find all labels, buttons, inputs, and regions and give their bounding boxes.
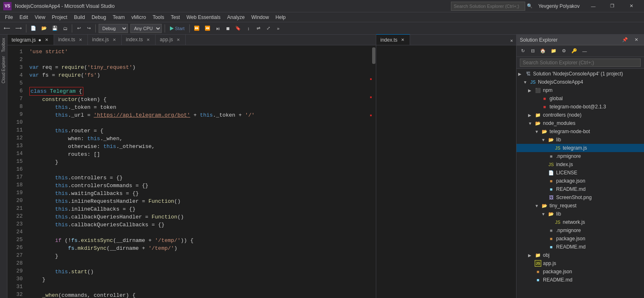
tree-readme-2[interactable]: ■ README.md <box>517 243 644 251</box>
file-icon: 📄 <box>548 169 554 176</box>
toolbar-back[interactable]: ⟵ <box>2 24 12 33</box>
menu-vmicro[interactable]: vMicro <box>128 12 149 22</box>
code-content[interactable]: 'use strict' var req = require('tiny_req… <box>26 45 370 298</box>
menu-window[interactable]: Window <box>248 12 272 22</box>
tree-solution[interactable]: ▶ 🏗 Solution 'NodejsConsoleApp4' (1 proj… <box>517 70 644 78</box>
tree-network-js[interactable]: JS network.js <box>517 218 644 226</box>
tree-lib-2[interactable]: ▼ 📂 lib <box>517 210 644 218</box>
menu-web-essentials[interactable]: Web Essentials <box>183 12 224 22</box>
start-button[interactable]: Start <box>167 24 187 33</box>
se-properties-btn[interactable]: 🏠 <box>538 47 548 56</box>
toolbar-btn6[interactable]: ↕ <box>244 24 253 33</box>
minimize-button[interactable]: — <box>584 0 603 12</box>
toolbar-forward[interactable]: ⟶ <box>13 24 24 33</box>
tab-index-ts-2[interactable]: index.ts ✕ <box>122 35 156 45</box>
toolbar-btn2[interactable]: ⏪ <box>203 24 212 33</box>
toolbar-more[interactable]: » <box>274 24 283 33</box>
se-extra-btn[interactable]: — <box>580 47 589 56</box>
tree-telegram-js[interactable]: JS telegram.js <box>517 144 644 152</box>
toolbar-btn1[interactable]: ⏩ <box>192 24 202 33</box>
scroll-thumb[interactable] <box>372 47 375 64</box>
toolbar-new[interactable]: 📄 <box>28 24 38 33</box>
tab-close-4[interactable]: ✕ <box>175 37 181 42</box>
tab-index-ts-1[interactable]: index.ts ✕ <box>54 35 88 45</box>
quick-launch-input[interactable] <box>451 2 525 11</box>
platform-select[interactable]: Any CPU <box>130 24 162 33</box>
tab-close-3[interactable]: ✕ <box>145 37 151 42</box>
menu-analyze[interactable]: Analyze <box>224 12 248 22</box>
toolbar-btn3[interactable]: ⏯ <box>213 24 222 33</box>
tree-lib-1[interactable]: ▼ 📂 lib <box>517 136 644 144</box>
second-editor-close[interactable]: ✕ <box>507 36 516 45</box>
toolbar-save-all[interactable]: 🗂 <box>61 24 70 33</box>
tree-node-modules[interactable]: ▼ 📂 node_modules <box>517 119 644 127</box>
menu-test[interactable]: Test <box>167 12 183 22</box>
tab-close-telegram[interactable]: ✕ <box>44 37 50 43</box>
tab-index-js[interactable]: index.js ✕ <box>88 35 122 45</box>
second-editor-content[interactable] <box>376 45 516 298</box>
tree-readme-3[interactable]: ■ README.md <box>517 276 644 284</box>
npmignore-icon: ■ <box>548 153 554 160</box>
sep4 <box>165 24 165 33</box>
maximize-button[interactable]: ❐ <box>603 0 622 12</box>
tab-close-1[interactable]: ✕ <box>78 37 83 42</box>
tab-app-js[interactable]: app.js ✕ <box>156 35 186 45</box>
tree-tiny-request[interactable]: ▼ 📂 tiny_request <box>517 202 644 210</box>
se-show-files-btn[interactable]: 📁 <box>549 47 559 56</box>
tree-label: telegram-node-bot@2.1.3 <box>550 104 606 110</box>
tree-license[interactable]: 📄 LICENSE <box>517 169 644 177</box>
menu-edit[interactable]: Edit <box>16 12 31 22</box>
menubar: File Edit View Project Build Debug Team … <box>0 12 644 22</box>
se-filter-btn[interactable]: ⚙ <box>559 47 569 56</box>
tree-screenshot[interactable]: 🖼 ScreenShot.png <box>517 193 644 202</box>
tab-close-second[interactable]: ✕ <box>400 37 406 43</box>
menu-team[interactable]: Team <box>109 12 128 22</box>
toolbar-undo[interactable]: ↩ <box>74 24 83 33</box>
cloud-explorer-tab[interactable]: Cloud Explorer <box>0 54 7 85</box>
toolbar-save[interactable]: 💾 <box>50 24 60 33</box>
tree-npm[interactable]: ▶ ⬛ npm <box>517 86 644 94</box>
tree-npmignore-1[interactable]: ■ .npmignore <box>517 152 644 160</box>
tree-controllers[interactable]: ▶ 📁 controllers (node) <box>517 111 644 119</box>
menu-project[interactable]: Project <box>49 12 71 22</box>
menu-build[interactable]: Build <box>71 12 88 22</box>
toolbar-btn5[interactable]: 🔖 <box>233 24 243 33</box>
menu-help[interactable]: Help <box>272 12 289 22</box>
menu-file[interactable]: File <box>2 12 16 22</box>
npmignore-icon: ■ <box>548 227 554 234</box>
tree-label: obj <box>543 252 550 258</box>
toolbar-btn7[interactable]: ⇌ <box>254 24 263 33</box>
tree-npmignore-2[interactable]: ■ .npmignore <box>517 226 644 235</box>
se-collapse-btn[interactable]: ⊟ <box>528 47 537 56</box>
tree-project[interactable]: ▼ JS NodejsConsoleApp4 <box>517 78 644 86</box>
tab-second-index-ts[interactable]: index.ts ✕ <box>376 34 410 45</box>
tab-telegram-js[interactable]: telegram.js ● ✕ <box>7 35 54 45</box>
tab-close-2[interactable]: ✕ <box>111 37 117 42</box>
tree-readme-1[interactable]: ■ README.md <box>517 185 644 193</box>
toolbar-redo[interactable]: ↪ <box>84 24 93 33</box>
toolbar-btn8[interactable]: ⤢ <box>264 24 273 33</box>
tree-npm-tele[interactable]: ■ telegram-node-bot@2.1.3 <box>517 103 644 111</box>
tree-app-js[interactable]: JS app.js <box>517 259 644 267</box>
tree-global[interactable]: ■ global <box>517 94 644 103</box>
se-pin-button[interactable]: 📌 <box>620 35 630 45</box>
tree-obj[interactable]: ▶ 📁 obj <box>517 251 644 259</box>
toolbar-btn4[interactable]: ⏹ <box>223 24 232 33</box>
close-button[interactable]: ✕ <box>622 0 641 12</box>
se-sync-btn[interactable]: ↻ <box>518 47 527 56</box>
menu-debug[interactable]: Debug <box>88 12 109 22</box>
debug-config-select[interactable]: Debug Release <box>99 24 128 33</box>
vertical-scrollbar[interactable] <box>372 45 376 298</box>
se-close-button[interactable]: ✕ <box>632 35 641 45</box>
se-search-input[interactable] <box>520 59 641 67</box>
tree-pkg-json-3[interactable]: ■ package.json <box>517 267 644 276</box>
tree-pkg-json-2[interactable]: ■ package.json <box>517 235 644 243</box>
tree-index-js[interactable]: JS index.js <box>517 160 644 169</box>
se-view-btn[interactable]: 🔑 <box>569 47 579 56</box>
menu-view[interactable]: View <box>31 12 49 22</box>
tree-pkg-json-1[interactable]: ■ package.json <box>517 177 644 185</box>
toolbox-tab[interactable]: Toolbox <box>0 36 7 54</box>
tree-tele-folder[interactable]: ▼ 📂 telegram-node-bot <box>517 127 644 136</box>
menu-tools[interactable]: Tools <box>149 12 167 22</box>
toolbar-open[interactable]: 📂 <box>39 24 49 33</box>
